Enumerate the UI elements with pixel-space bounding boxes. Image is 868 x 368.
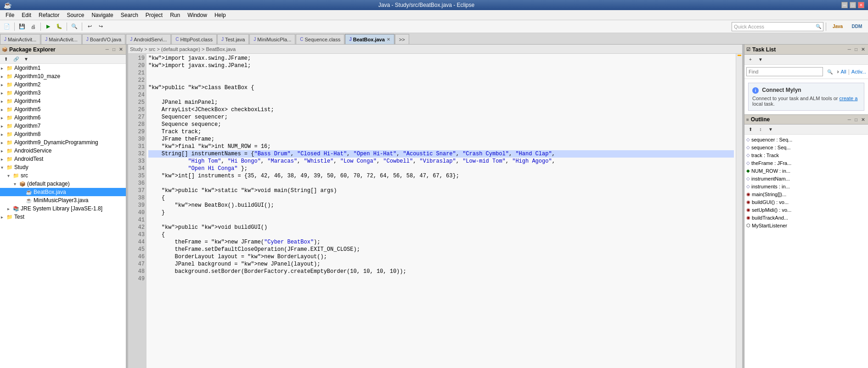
minimize-panel-button[interactable]: ─ (104, 46, 110, 52)
maximize-panel-button[interactable]: □ (111, 46, 117, 52)
search-button[interactable]: 🔍 (69, 22, 79, 32)
menubar-item-edit[interactable]: Edit (18, 11, 35, 19)
tree-item-13[interactable]: ▾📁src (0, 171, 126, 180)
tree-item-12[interactable]: ▾📁Study (0, 163, 126, 171)
tab-label-5: Test.java (225, 37, 245, 42)
outline-item-7[interactable]: ◉main(String[])... (745, 190, 867, 198)
close-task-button[interactable]: ✕ (860, 46, 866, 52)
tab-close-8[interactable]: ✕ (387, 37, 390, 42)
minimize-button[interactable]: ─ (841, 2, 848, 8)
minimize-outline-button[interactable]: ─ (846, 117, 852, 123)
print-button[interactable]: 🖨 (28, 22, 38, 32)
task-view-button[interactable]: ▼ (755, 55, 766, 65)
sort-outline-button[interactable]: ↕ (755, 125, 766, 135)
editor-tab-5[interactable]: JTest.java (217, 34, 249, 44)
new-task-button[interactable]: + (745, 55, 755, 65)
debug-button[interactable]: 🐛 (54, 22, 64, 32)
collapse-outline-button[interactable]: ⬆ (745, 125, 755, 135)
tree-item-9[interactable]: ▸📁Algorithm9_DynamicProgramming (0, 138, 126, 147)
editor-tab-8[interactable]: JBeatBox.java✕ (345, 34, 395, 44)
outline-item-11[interactable]: ⬡MyStartListener (745, 221, 867, 229)
ddm-perspective-button[interactable]: DDM (848, 22, 866, 32)
menubar-item-source[interactable]: Source (63, 11, 88, 19)
tree-item-4[interactable]: ▸📁Algorithm4 (0, 97, 126, 105)
redo-button[interactable]: ↪ (96, 22, 106, 32)
filter-all-label[interactable]: All (840, 69, 846, 74)
task-list-buttons: ─ □ ✕ (846, 46, 866, 52)
outline-item-9[interactable]: ◉setUpMidi() : vo... (745, 206, 867, 214)
tree-item-10[interactable]: ▸📁AndroidService (0, 147, 126, 155)
editor-tab-4[interactable]: CHttpPost.class (171, 34, 217, 44)
tree-item-14[interactable]: ▾📦(default package) (0, 180, 126, 188)
find-search-button[interactable]: 🔍 (825, 67, 835, 77)
maximize-task-button[interactable]: □ (853, 46, 859, 52)
tree-item-3[interactable]: ▸📁Algorithm3 (0, 89, 126, 97)
menubar-item-file[interactable]: File (2, 11, 18, 19)
menubar-item-refactor[interactable]: Refactor (35, 11, 63, 19)
run-button[interactable]: ▶ (43, 22, 53, 32)
editor-tab-7[interactable]: CSequence.class (296, 34, 344, 44)
editor-tab-3[interactable]: JAndroidServi... (126, 34, 171, 44)
outline-item-4[interactable]: ◆NUM_ROW : in... (745, 167, 867, 175)
tab-label-1: MainActivit... (49, 37, 77, 42)
close-button[interactable]: ✕ (858, 2, 864, 8)
tree-item-0[interactable]: ▸📁Algorithm1 (0, 64, 126, 72)
tree-item-11[interactable]: ▸📁AndroidTest (0, 155, 126, 163)
window-controls[interactable]: ─ □ ✕ (841, 2, 864, 8)
tree-item-18[interactable]: ▸📁Test (0, 213, 126, 221)
new-button[interactable]: 📄 (2, 22, 12, 32)
undo-button[interactable]: ↩ (85, 22, 95, 32)
menubar-item-project[interactable]: Project (142, 11, 166, 19)
link-editor-button[interactable]: 🔗 (11, 54, 21, 64)
outline-item-10[interactable]: ◉buildTrackAnd... (745, 214, 867, 221)
create-task-link[interactable]: create a (840, 96, 858, 101)
editor-tab-1[interactable]: JMainActivit... (41, 34, 81, 44)
outline-item-8[interactable]: ◉buildGUI() : vo... (745, 198, 867, 206)
code-editor[interactable]: "kw">import javax.swing.JFrame;"kw">impo… (147, 54, 736, 368)
editor-tab-2[interactable]: JBoardVO.java (82, 34, 125, 44)
tree-item-7[interactable]: ▸📁Algorithm7 (0, 122, 126, 130)
close-outline-button[interactable]: ✕ (860, 117, 866, 123)
tree-item-16[interactable]: ☕MiniMusicPlayer3.java (0, 196, 126, 204)
panel-header-buttons: ─ □ ✕ (104, 46, 124, 52)
tree-item-15[interactable]: ☕BeatBox.java (0, 188, 126, 196)
view-menu-button[interactable]: ▼ (21, 54, 31, 64)
tree-item-8[interactable]: ▸📁Algorithm8 (0, 130, 126, 138)
line-number-38: 38 (128, 194, 145, 202)
tree-item-2[interactable]: ▸📁Algorithm2 (0, 80, 126, 89)
outline-label-0: sequencer : Seq... (751, 137, 792, 142)
outline-item-6[interactable]: ◇instruments : in... (745, 182, 867, 190)
save-button[interactable]: 💾 (17, 22, 27, 32)
outline-item-2[interactable]: ◇track : Track (745, 151, 867, 159)
menubar-item-run[interactable]: Run (166, 11, 184, 19)
outline-item-3[interactable]: ◇theFrame : JFra... (745, 159, 867, 167)
find-input[interactable] (746, 67, 823, 76)
menubar-item-window[interactable]: Window (184, 11, 211, 19)
menubar-item-navigate[interactable]: Navigate (88, 11, 117, 19)
quick-access-box[interactable]: Quick Access 🔍 (732, 22, 823, 31)
collapse-all-button[interactable]: ⬆ (1, 54, 11, 64)
outline-item-1[interactable]: ◇sequence : Seq... (745, 143, 867, 151)
maximize-button[interactable]: □ (850, 2, 856, 8)
editor-tab-0[interactable]: JMainActivit... (0, 34, 40, 44)
breadcrumb-bar: Study > src > (default package) > BeatBo… (128, 45, 742, 54)
minimize-task-button[interactable]: ─ (846, 46, 852, 52)
tree-item-17[interactable]: ▸📚JRE System Library [JavaSE-1.8] (0, 204, 126, 213)
editor-tab-6[interactable]: JMiniMusicPla... (249, 34, 295, 44)
menubar-item-search[interactable]: Search (117, 11, 142, 19)
maximize-outline-button[interactable]: □ (853, 117, 859, 123)
outline-item-5[interactable]: ◇instrumentNam... (745, 175, 867, 182)
close-panel-button[interactable]: ✕ (118, 46, 124, 52)
tree-item-5[interactable]: ▸📁Algorithm5 (0, 105, 126, 113)
line-number-25: 25 (128, 99, 145, 106)
task-list-header: ☑ Task List ─ □ ✕ (744, 45, 868, 55)
tree-item-1[interactable]: ▸📁Algorithm10_maze (0, 72, 126, 80)
outline-menu-button[interactable]: ▼ (766, 125, 776, 135)
menubar-item-help[interactable]: Help (211, 11, 230, 19)
filter-active-label[interactable]: Activ... (851, 69, 866, 74)
tree-item-6[interactable]: ▸📁Algorithm6 (0, 113, 126, 122)
outline-item-0[interactable]: ◇sequencer : Seq... (745, 136, 867, 143)
code-line-47: JPanel background = "kw">new JPanel(layo… (148, 260, 734, 268)
tabs-overflow-button[interactable]: >> (395, 34, 409, 44)
java-perspective-button[interactable]: Java (829, 22, 847, 32)
